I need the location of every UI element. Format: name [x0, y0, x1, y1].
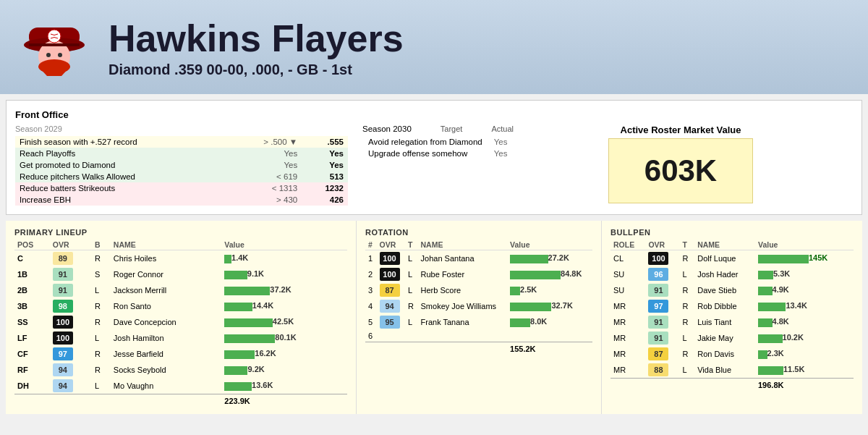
value-bar: [758, 287, 773, 295]
bullpen-hand: L: [679, 330, 694, 346]
value-bar: [510, 303, 551, 311]
lineup-ovr: 94: [50, 362, 92, 378]
rotation-num: 4: [365, 298, 377, 314]
fo-target-6: > 430: [229, 194, 302, 206]
lineup-name: Dave Concepcion: [111, 314, 221, 330]
fo-target-2: Yes: [229, 148, 302, 159]
lineup-col-ovr: OVR: [50, 240, 92, 250]
lineup-total-label: [14, 394, 221, 407]
fo-target-3: Yes: [229, 159, 302, 171]
bullpen-row: MR 87 R Ron Davis 2.3K: [610, 346, 854, 362]
fo-row-6: Increase EBH > 430 426: [15, 194, 348, 206]
lineup-pos: LF: [14, 330, 50, 346]
lineup-pos: RF: [14, 362, 50, 378]
lineup-value: 13.6K: [221, 378, 347, 394]
rotation-hand: L: [405, 250, 418, 267]
value-bar: [758, 303, 786, 311]
lineup-pos: 1B: [14, 266, 50, 282]
rotation-row: 4 94 R Smokey Joe Williams 32.7K: [365, 298, 592, 314]
value-bar: [510, 287, 520, 295]
bullpen-value: 4.9K: [755, 282, 854, 298]
lineup-value: 37.2K: [221, 282, 347, 298]
rotation-row: 3 87 L Herb Score 2.5K: [365, 282, 592, 298]
rotation-total-row: 155.2K: [365, 342, 592, 355]
value-bar: [510, 255, 548, 263]
rotation-num: 3: [365, 282, 377, 298]
bullpen-total-value: 196.8K: [755, 379, 854, 392]
bullpen-value: 13.4K: [755, 298, 854, 314]
bullpen-row: MR 91 R Luis Tiant 4.8K: [610, 314, 854, 330]
value-text: 13.4K: [786, 301, 807, 310]
bullpen-role: MR: [610, 346, 645, 362]
value-bar: [224, 255, 231, 263]
ovr-badge: 89: [53, 252, 73, 265]
bullpen-name: Ron Davis: [694, 346, 755, 362]
bullpen-hand: L: [679, 266, 694, 282]
lineup-row: LF 100 L Josh Hamilton 80.1K: [14, 330, 347, 346]
value-bar: [224, 303, 252, 311]
bp-col-role: ROLE: [610, 240, 645, 250]
bullpen-ovr: 87: [645, 346, 679, 362]
ovr-badge: 97: [53, 347, 73, 360]
value-text: 11.5K: [783, 365, 804, 373]
rotation-row: 2 100 L Rube Foster 84.8K: [365, 266, 592, 282]
lineup-ovr: 97: [50, 346, 92, 362]
lineup-ovr: 98: [50, 298, 92, 314]
rotation-row: 5 95 L Frank Tanana 8.0K: [365, 314, 592, 330]
lineup-value: 9.1K: [221, 266, 347, 282]
bullpen-hand: R: [679, 250, 694, 267]
svg-point-7: [46, 53, 51, 57]
value-text: 80.1K: [275, 333, 296, 342]
value-bar: [758, 366, 783, 375]
lineup-row: DH 94 L Mo Vaughn 13.6K: [14, 378, 347, 394]
value-bar: [224, 271, 247, 279]
fo-row-5: Reduce batters Strikeouts < 1313 1232: [15, 182, 348, 194]
lineup-title: PRIMARY LINEUP: [14, 228, 347, 237]
bp-col-ovr: OVR: [645, 240, 679, 250]
lineup-row: C 89 R Chris Hoiles 1.4K: [14, 250, 347, 267]
rot-col-num: #: [365, 240, 377, 250]
bullpen-role: MR: [610, 298, 645, 314]
lineup-ovr: 91: [50, 266, 92, 282]
bullpen-name: Vida Blue: [694, 362, 755, 379]
bullpen-row: MR 97 R Rob Dibble 13.4K: [610, 298, 854, 314]
rotation-name: Rube Foster: [418, 266, 508, 282]
rotation-name: Herb Score: [418, 282, 508, 298]
svg-point-8: [58, 53, 62, 57]
fo-label-4: Reduce pitchers Walks Allowed: [15, 171, 229, 182]
lineup-pos: SS: [14, 314, 50, 330]
rotation-hand: L: [405, 314, 418, 330]
market-value-title: Active Roster Market Value: [608, 124, 753, 135]
team-info: Hawkins Flayers Diamond .359 00-00, .000…: [109, 17, 854, 78]
svg-point-6: [48, 30, 61, 43]
lineup-hand: R: [92, 314, 111, 330]
rotation-value: 2.5K: [507, 282, 592, 298]
bullpen-value: 5.3K: [755, 266, 854, 282]
fo-label-3: Get promoted to Diamond: [15, 159, 229, 171]
bullpen-role: MR: [610, 314, 645, 330]
rotation-row: 6: [365, 330, 592, 342]
bullpen-value: 145K: [755, 250, 854, 267]
fo-label-6: Increase EBH: [15, 194, 229, 206]
bullpen-name: Jakie May: [694, 330, 755, 346]
bottom-section: PRIMARY LINEUP POS OVR B NAME Value C 89…: [6, 221, 862, 414]
rotation-num: 2: [365, 266, 377, 282]
rotation-hand: L: [405, 282, 418, 298]
bullpen-table: ROLE OVR T NAME Value CL 100 R Dolf Luqu…: [610, 240, 854, 391]
rotation-ovr: 100: [377, 250, 406, 267]
team-subtitle: Diamond .359 00-00, .000, - GB - 1st: [109, 62, 854, 78]
bullpen-hand: R: [679, 314, 694, 330]
fo-row-1: Finish season with +.527 record > .500 ▼…: [15, 136, 348, 148]
fo-target-5: < 1313: [229, 182, 302, 194]
ovr-badge: 87: [648, 347, 668, 360]
value-text: 10.2K: [783, 333, 804, 342]
rot-col-name: NAME: [418, 240, 508, 250]
value-text: 37.2K: [270, 285, 291, 294]
value-bar: [758, 350, 767, 359]
bullpen-name: Josh Hader: [694, 266, 755, 282]
lineup-ovr: 91: [50, 282, 92, 298]
rotation-name: Frank Tanana: [418, 314, 508, 330]
value-text: 13.6K: [252, 381, 273, 389]
fo-2030-row-1: Avoid relegation from Diamond Yes: [362, 136, 524, 148]
value-bar: [758, 318, 773, 327]
